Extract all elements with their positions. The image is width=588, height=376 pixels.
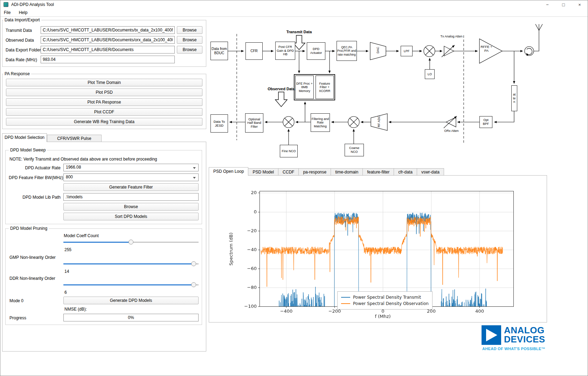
observed-data-label: Observed Data — [6, 38, 34, 43]
tab-cfr-vswr-generator[interactable]: CFR/VSWR Pulse Generator — [47, 135, 102, 142]
import-export-title: Data Import/Export — [3, 17, 41, 22]
lib-path-label: DPD Model Lib Path — [9, 195, 61, 200]
minimize-button[interactable]: − — [539, 0, 555, 9]
lib-browse-button[interactable]: Browse — [63, 203, 199, 211]
logo-tagline: AHEAD OF WHAT'S POSSIBLE™ — [482, 347, 546, 351]
half-band-filter-block: Optional Half Band Filter — [245, 113, 263, 133]
legend-entry-transmit: Power Spectral Density Transmit — [341, 294, 429, 300]
chevron-down-icon — [193, 167, 196, 169]
legend-swatch-transmit — [341, 297, 350, 298]
ddr-order-value: 6 — [64, 290, 67, 295]
qec-block: QEC,PA Prot,PFIR and rate matching — [337, 41, 357, 61]
gmp-order-slider[interactable] — [63, 261, 199, 266]
window-title: ADI-DPD Analysis Tool — [11, 2, 54, 7]
generate-wb-reg-button[interactable]: Generate WB Reg Training Data — [6, 118, 202, 126]
app-icon — [4, 2, 8, 7]
menu-bar: File Help — [0, 9, 31, 16]
dfe-proc-block: DFE Proc + 8MB Memory — [295, 76, 314, 99]
slider-thumb[interactable] — [191, 261, 196, 266]
sort-dpd-models-button[interactable]: Sort DPD Models — [63, 213, 199, 220]
maximize-button[interactable]: □ — [555, 0, 572, 9]
atten-block: atten — [511, 85, 517, 111]
menu-file[interactable]: File — [0, 9, 14, 16]
plot-time-domain-button[interactable]: Plot Time Domain — [6, 79, 202, 86]
mode-label: Mode 0 — [9, 298, 23, 303]
close-button[interactable]: × — [572, 0, 588, 9]
tx-atten-amp-icon — [444, 46, 454, 56]
circulator-icon — [525, 47, 534, 56]
tx-atten-label: Tx Analog Atten — [439, 35, 464, 38]
data-rate-input[interactable] — [41, 56, 175, 63]
progress-bar: 0% — [63, 314, 199, 321]
signal-chain-diagram-area: Transmit Data Observed Data Data from BD… — [209, 17, 547, 165]
nmse-label: NMSE (dB): — [64, 307, 87, 312]
tab-feature-filter[interactable]: feature-filter — [363, 168, 394, 176]
chevron-down-icon — [193, 177, 196, 179]
tab-vswr-data[interactable]: vswr-data — [417, 168, 444, 176]
coeff-count-value: 255 — [64, 247, 71, 252]
ddr-order-label: DDR Non-linearity Order — [9, 276, 55, 281]
plot-ccdf-button[interactable]: Plot CCDF — [6, 108, 202, 116]
filtering-block: Filtering and Rate Matching — [311, 113, 330, 132]
atten-label: atten — [513, 93, 516, 104]
observed-browse-button[interactable]: Browse — [177, 36, 202, 44]
plot-pa-response-button[interactable]: Plot PA Response — [6, 98, 202, 106]
app-window: ADI-DPD Analysis Tool − □ × File Help Da… — [0, 0, 588, 376]
legend-label-observation: Power Spectral Density Observation — [353, 301, 429, 306]
plot-psd-button[interactable]: Plot PSD — [6, 88, 202, 96]
actuator-rate-combo[interactable]: 1966.08 — [63, 164, 199, 171]
title-bar[interactable]: ADI-DPD Analysis Tool − □ × — [0, 0, 588, 9]
tab-pa-response[interactable]: pa-response — [299, 168, 331, 176]
generate-feature-filter-button[interactable]: Generate Feature Filter — [63, 183, 199, 191]
orx-atten-amp-icon — [446, 117, 456, 127]
export-folder-input[interactable] — [41, 46, 175, 54]
export-browse-button[interactable]: Browse — [177, 46, 202, 54]
tab-time-domain[interactable]: time-domain — [331, 168, 363, 176]
tab-psd-open-loop[interactable]: PSD Open Loop — [209, 167, 248, 176]
slider-thumb[interactable] — [191, 282, 196, 287]
jesd-block: Data To JESD — [210, 114, 228, 133]
lpf-block: LPF — [401, 46, 413, 56]
logo-text-devices: DEVICES — [504, 335, 545, 344]
feature-bw-combo[interactable]: 800 — [63, 173, 199, 181]
tab-cfr-data[interactable]: cfr-data — [394, 168, 417, 176]
y-axis-label: Spectrum (dB) — [228, 226, 234, 272]
menu-help[interactable]: Help — [15, 9, 31, 16]
logo-text-analog: ANALOG — [504, 326, 545, 335]
lib-path-input[interactable] — [63, 193, 199, 201]
model-sweep-note: NOTE: Verify Transmit and Observed data … — [9, 157, 157, 162]
orx-atten-label: ORx Atten — [440, 129, 463, 133]
dpd-actuator-block: DPD Actuator — [307, 42, 325, 60]
tab-psd-model[interactable]: PSD Model — [248, 168, 278, 176]
coeff-count-slider[interactable] — [63, 240, 199, 244]
coarse-nco-block: Coarse NCO — [345, 144, 364, 156]
export-folder-label: Data Export Folder — [6, 48, 41, 52]
observed-data-flow-label: Observed Data — [265, 87, 297, 91]
legend-label-transmit: Power Spectral Density Transmit — [353, 295, 421, 300]
transmit-browse-button[interactable]: Browse — [177, 26, 202, 34]
pa-response-title: PA Response — [3, 71, 31, 76]
post-cfr-block: Post CFR Gain & DPD HB — [275, 42, 295, 60]
cfr-block: CFR — [245, 42, 263, 60]
gmp-order-label: GMP Non-linearity Order — [9, 255, 56, 260]
actuator-rate-value: 1966.08 — [66, 165, 81, 170]
rf-adc-label: RF ADC — [377, 114, 381, 129]
generate-dpd-models-button[interactable]: Generate DPD Models — [63, 297, 199, 304]
gmp-order-value: 14 — [64, 269, 69, 274]
slider-thumb[interactable] — [129, 240, 133, 244]
tab-ccdf[interactable]: CCDF — [278, 168, 299, 176]
adi-triangle-icon — [482, 325, 501, 345]
feature-filter-block: Feature Filter + XCORR — [316, 76, 334, 99]
slider-fill — [63, 242, 131, 243]
model-sweep-title: DPD Model Sweep — [9, 148, 47, 152]
feature-bw-value: 800 — [66, 175, 73, 179]
rffe-pa-label: RFFE + PA — [480, 45, 492, 53]
ddr-order-slider[interactable] — [63, 282, 199, 287]
menu-separator — [0, 16, 588, 17]
opt-bpf-block: Opt BPF — [479, 116, 492, 128]
observed-data-input[interactable] — [41, 36, 175, 44]
model-pruning-title: DPD Model Pruning — [9, 226, 49, 231]
tab-dpd-model-selection[interactable]: DPD Model Selection — [2, 133, 47, 142]
progress-label: Progress — [9, 315, 26, 320]
transmit-data-input[interactable] — [41, 26, 175, 34]
